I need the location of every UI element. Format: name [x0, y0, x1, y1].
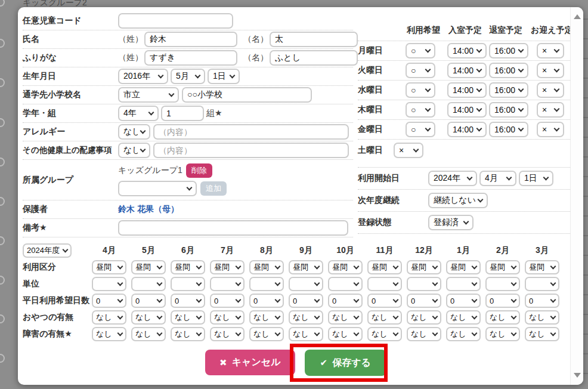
- name-mei-input[interactable]: [270, 32, 358, 47]
- category-select[interactable]: 昼間: [92, 260, 126, 274]
- snack-select[interactable]: なし: [249, 310, 284, 325]
- tuesday-enter-select[interactable]: 14:00: [447, 63, 487, 78]
- continuation-select[interactable]: 継続しない: [428, 193, 488, 208]
- category-select[interactable]: 昼間: [210, 260, 245, 274]
- weekday-count-select[interactable]: 0: [92, 294, 126, 308]
- weekday-count-select[interactable]: 0: [249, 294, 284, 308]
- disability-select[interactable]: なし: [171, 327, 205, 341]
- birth-day-select[interactable]: 1日: [208, 69, 240, 84]
- snack-select[interactable]: なし: [328, 310, 363, 325]
- weekday-count-select[interactable]: 0: [328, 294, 363, 308]
- disability-select[interactable]: なし: [92, 327, 126, 341]
- friday-wish-select[interactable]: ○: [406, 122, 435, 137]
- monday-wish-select[interactable]: ○: [406, 43, 435, 58]
- weekday-count-select[interactable]: 0: [407, 294, 441, 308]
- thursday-enter-select[interactable]: 14:00: [447, 102, 487, 118]
- unit-select[interactable]: [328, 277, 363, 291]
- start-day-select[interactable]: 1日: [519, 171, 553, 186]
- weekday-count-select[interactable]: 0: [446, 294, 481, 308]
- disability-select[interactable]: なし: [131, 327, 166, 341]
- scroll-up-icon[interactable]: [574, 14, 581, 19]
- snack-select[interactable]: なし: [92, 310, 126, 325]
- category-select[interactable]: 昼間: [446, 260, 481, 274]
- allergy-select[interactable]: なし: [118, 124, 150, 140]
- friday-enter-select[interactable]: 14:00: [447, 122, 487, 137]
- kana-mei-input[interactable]: [270, 50, 358, 66]
- category-select[interactable]: 昼間: [328, 260, 363, 274]
- category-select[interactable]: 昼間: [525, 260, 559, 274]
- disability-select[interactable]: なし: [525, 327, 559, 341]
- birth-month-select[interactable]: 5月: [171, 69, 205, 84]
- group-delete-button[interactable]: 削除: [186, 163, 212, 178]
- snack-select[interactable]: なし: [446, 310, 481, 325]
- friday-pickup-select[interactable]: ×: [537, 122, 564, 137]
- disability-select[interactable]: なし: [249, 327, 284, 341]
- class-input[interactable]: [161, 106, 204, 121]
- snack-select[interactable]: なし: [367, 310, 402, 325]
- weekday-count-select[interactable]: 0: [367, 294, 402, 308]
- save-button[interactable]: ✔ 保存する: [305, 350, 386, 376]
- birth-year-select[interactable]: 2016年: [118, 69, 168, 84]
- weekday-count-select[interactable]: 0: [289, 294, 323, 308]
- cancel-button[interactable]: ✖ キャンセル: [205, 350, 295, 375]
- tuesday-wish-select[interactable]: ○: [406, 63, 435, 78]
- kana-sei-input[interactable]: [144, 50, 237, 66]
- note-input[interactable]: [118, 220, 348, 236]
- snack-select[interactable]: なし: [485, 310, 520, 325]
- group-add-button[interactable]: 追加: [200, 181, 227, 196]
- unit-select[interactable]: [249, 277, 284, 291]
- unit-select[interactable]: [210, 277, 245, 291]
- disability-select[interactable]: なし: [210, 327, 245, 341]
- unit-select[interactable]: [525, 277, 559, 291]
- weekday-count-select[interactable]: 0: [171, 294, 205, 308]
- category-select[interactable]: 昼間: [249, 260, 284, 274]
- disability-select[interactable]: なし: [485, 327, 520, 341]
- disability-select[interactable]: なし: [289, 327, 323, 341]
- category-select[interactable]: 昼間: [171, 260, 205, 274]
- unit-select[interactable]: [289, 277, 323, 291]
- group-add-select[interactable]: [118, 181, 197, 196]
- snack-select[interactable]: なし: [131, 310, 166, 325]
- weekday-count-select[interactable]: 0: [210, 294, 245, 308]
- health-detail-input[interactable]: [153, 143, 349, 158]
- category-select[interactable]: 昼間: [131, 260, 166, 274]
- health-select[interactable]: なし: [118, 143, 150, 158]
- snack-select[interactable]: なし: [210, 310, 245, 325]
- wednesday-wish-select[interactable]: ○: [406, 82, 435, 98]
- allergy-detail-input[interactable]: [153, 124, 349, 140]
- scroll-down-icon[interactable]: [574, 373, 581, 378]
- unit-select[interactable]: [92, 277, 126, 291]
- thursday-exit-select[interactable]: 16:00: [489, 102, 528, 118]
- school-name-input[interactable]: [182, 87, 312, 103]
- disability-select[interactable]: なし: [407, 327, 441, 341]
- disability-select[interactable]: なし: [367, 327, 402, 341]
- wednesday-enter-select[interactable]: 14:00: [447, 82, 487, 98]
- unit-select[interactable]: [131, 277, 166, 291]
- grade-select[interactable]: 4年: [118, 106, 159, 121]
- snack-select[interactable]: なし: [525, 310, 559, 325]
- unit-select[interactable]: [171, 277, 205, 291]
- snack-select[interactable]: なし: [289, 310, 323, 325]
- category-select[interactable]: 昼間: [407, 260, 441, 274]
- unit-select[interactable]: [367, 277, 402, 291]
- status-select[interactable]: 登録済: [428, 215, 474, 230]
- start-year-select[interactable]: 2024年: [428, 171, 477, 186]
- name-sei-input[interactable]: [144, 32, 237, 47]
- school-type-select[interactable]: 市立: [118, 87, 179, 103]
- tuesday-exit-select[interactable]: 16:00: [489, 63, 528, 78]
- wednesday-exit-select[interactable]: 16:00: [489, 82, 528, 98]
- unit-select[interactable]: [407, 277, 441, 291]
- category-select[interactable]: 昼間: [289, 260, 323, 274]
- category-select[interactable]: 昼間: [485, 260, 520, 274]
- snack-select[interactable]: なし: [407, 310, 441, 325]
- start-month-select[interactable]: 4月: [479, 171, 516, 186]
- saturday-wish-select[interactable]: ×: [394, 143, 423, 158]
- thursday-wish-select[interactable]: ○: [406, 102, 435, 118]
- monday-enter-select[interactable]: 14:00: [447, 43, 487, 58]
- monday-pickup-select[interactable]: ×: [537, 43, 564, 58]
- dialog-scrollbar[interactable]: [570, 7, 583, 385]
- tuesday-pickup-select[interactable]: ×: [537, 63, 564, 78]
- weekday-count-select[interactable]: 0: [485, 294, 520, 308]
- disability-select[interactable]: なし: [328, 327, 363, 341]
- fiscal-year-select[interactable]: 2024年度: [23, 243, 72, 258]
